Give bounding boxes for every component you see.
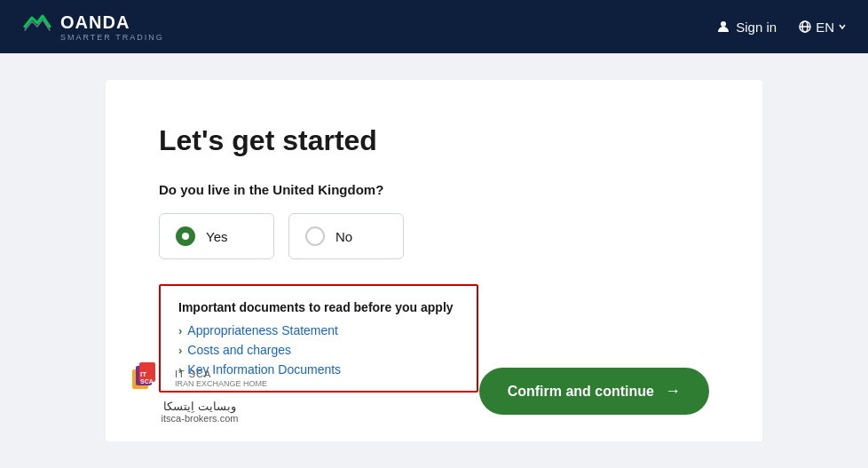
radio-no-label: No (335, 229, 352, 244)
globe-icon (798, 20, 812, 34)
header-actions: Sign in EN (716, 20, 847, 35)
chevron-icon-2: › (178, 344, 182, 357)
page-title: Let's get started (159, 124, 709, 157)
sign-in-button[interactable]: Sign in (716, 20, 777, 35)
radio-option-no[interactable]: No (288, 213, 404, 259)
radio-yes-label: Yes (206, 229, 227, 244)
radio-yes-indicator (176, 226, 195, 246)
content-card: Let's get started Do you live in the Uni… (106, 80, 762, 441)
watermark-url: itsca-brokers.com (162, 413, 239, 424)
radio-option-yes[interactable]: Yes (159, 213, 274, 259)
main-content: Let's get started Do you live in the Uni… (0, 53, 868, 468)
watermark-logo: IT SCA IT SCA IRAN EXCHANGE HOME (132, 361, 267, 396)
document-link-appropriateness[interactable]: › Appropriateness Statement (178, 323, 459, 337)
watermark-brand: IT SCA IRAN EXCHANGE HOME (175, 369, 267, 388)
watermark-text-fa: وبسایت اِیتسکا (163, 400, 236, 413)
document-label-1: Appropriateness Statement (187, 323, 338, 337)
documents-title: Important documents to read before you a… (178, 300, 459, 314)
radio-no-indicator (305, 226, 325, 246)
itsca-logo-icon: IT SCA (132, 361, 168, 396)
watermark: IT SCA IT SCA IRAN EXCHANGE HOME وبسایت … (132, 361, 267, 424)
oanda-logo-icon (21, 11, 53, 43)
chevron-icon-1: › (178, 324, 182, 337)
confirm-button-label: Confirm and continue (508, 384, 654, 400)
language-button[interactable]: EN (798, 20, 847, 35)
logo-tagline: SMARTER TRADING (60, 33, 164, 42)
user-icon (716, 20, 730, 34)
question-text: Do you live in the United Kingdom? (159, 182, 709, 197)
svg-text:SCA: SCA (140, 378, 154, 385)
document-label-2: Costs and charges (187, 343, 291, 357)
chevron-down-icon (838, 22, 847, 31)
arrow-icon: → (665, 382, 681, 401)
logo: OANDA SMARTER TRADING (21, 11, 164, 43)
svg-point-1 (721, 21, 726, 27)
logo-text: OANDA SMARTER TRADING (60, 12, 164, 42)
confirm-continue-button[interactable]: Confirm and continue → (479, 368, 709, 415)
radio-group: Yes No (159, 213, 709, 259)
app-header: OANDA SMARTER TRADING Sign in EN (0, 0, 868, 53)
logo-name: OANDA (60, 12, 164, 33)
document-link-costs[interactable]: › Costs and charges (178, 343, 459, 357)
svg-text:IT: IT (140, 370, 146, 378)
